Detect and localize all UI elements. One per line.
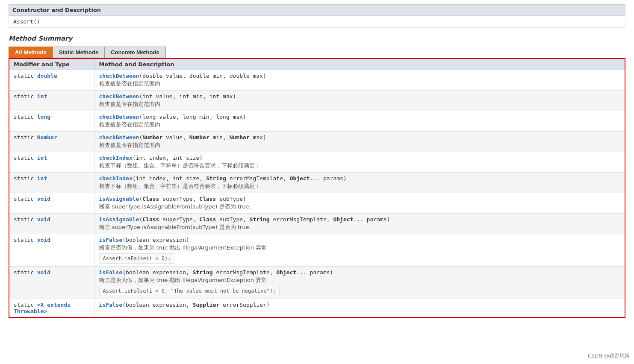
tab-all-methods[interactable]: All Methods (9, 47, 53, 58)
modifier-keyword: static (14, 269, 37, 276)
modifier-keyword: static (14, 216, 37, 223)
method-signature: checkBetween(Number value, Number min, N… (99, 134, 621, 141)
code-example: Assert.isFalse(i < 0, "The value must no… (99, 286, 280, 296)
modifier-cell: static long (9, 111, 94, 132)
method-description: 断言 superType.isAssignableFrom(subType) 是… (99, 223, 621, 231)
col-method: Method and Description (94, 59, 625, 70)
tab-static-methods[interactable]: Static Methods (53, 47, 104, 58)
modifier-type: int (37, 93, 47, 100)
tabs-row: All Methods Static Methods Concrete Meth… (9, 47, 625, 58)
page-wrapper: Constructor and Description Assert() Met… (0, 0, 634, 322)
modifier-keyword: static (14, 175, 37, 182)
method-summary-title: Method Summary (9, 35, 625, 42)
modifier-cell: static void (9, 267, 94, 299)
table-row: static voidisFalse(boolean expression)断言… (9, 234, 625, 267)
modifier-keyword: static (14, 93, 37, 100)
method-params: (boolean expression, String errorMsgTemp… (122, 269, 333, 276)
modifier-keyword: static (14, 302, 37, 308)
method-signature: isFalse(boolean expression, String error… (99, 269, 621, 276)
method-signature: isFalse(boolean expression, Supplier err… (99, 302, 621, 308)
method-params: (Class superType, Class subType) (139, 196, 246, 202)
table-row: static NumbercheckBetween(Number value, … (9, 132, 625, 152)
modifier-keyword: static (14, 155, 37, 161)
modifier-type: double (37, 73, 57, 79)
modifier-keyword: static (14, 73, 37, 79)
method-signature: checkIndex(int index, int size, String e… (99, 175, 621, 182)
col-modifier: Modifier and Type (9, 59, 94, 70)
table-row: static doublecheckBetween(double value, … (9, 70, 625, 91)
method-signature: isAssignable(Class superType, Class subT… (99, 216, 621, 223)
method-description: 检查值是否在指定范围内 (99, 141, 621, 149)
table-row: static intcheckIndex(int index, int size… (9, 152, 625, 173)
method-signature: isFalse(boolean expression) (99, 237, 621, 243)
table-row: static intcheckIndex(int index, int size… (9, 173, 625, 193)
constructor-section: Constructor and Description Assert() (9, 4, 625, 28)
method-params: (boolean expression) (122, 237, 189, 243)
method-name[interactable]: checkBetween (99, 114, 139, 120)
method-description: 断言 superType.isAssignableFrom(subType) 是… (99, 203, 621, 211)
method-name[interactable]: checkIndex (99, 175, 133, 182)
modifier-type: void (37, 216, 50, 223)
method-params: (double value, double min, double max) (139, 73, 266, 79)
code-example: Assert.isFalse(i < 0); (99, 253, 175, 264)
modifier-cell: static void (9, 234, 94, 267)
method-cell: isAssignable(Class superType, Class subT… (94, 193, 625, 214)
method-params: (long value, long min, long max) (139, 114, 246, 120)
method-cell: checkIndex(int index, int size, String e… (94, 173, 625, 193)
modifier-cell: static <X extends Throwable> (9, 299, 94, 318)
method-description: 检查值是否在指定范围内 (99, 80, 621, 88)
method-name[interactable]: isFalse (99, 237, 123, 243)
modifier-cell: static int (9, 173, 94, 193)
method-name[interactable]: checkBetween (99, 93, 139, 100)
modifier-type: int (37, 175, 47, 182)
method-cell: isFalse(boolean expression, String error… (94, 267, 625, 299)
method-name[interactable]: checkBetween (99, 73, 139, 79)
modifier-type: int (37, 155, 47, 161)
method-description: 检查下标（数组、集合、字符串）是否符合要求，下标必须满足： (99, 182, 621, 190)
method-signature: checkIndex(int index, int size) (99, 155, 621, 161)
table-row: static voidisAssignable(Class superType,… (9, 193, 625, 214)
constructor-header: Constructor and Description (9, 4, 625, 16)
method-params: (int value, int min, int max) (139, 93, 236, 100)
method-signature: checkBetween(long value, long min, long … (99, 114, 621, 120)
tab-concrete-methods[interactable]: Concrete Methods (104, 47, 165, 58)
table-row: static longcheckBetween(long value, long… (9, 111, 625, 132)
method-signature: checkBetween(int value, int min, int max… (99, 93, 621, 100)
modifier-keyword: static (14, 114, 37, 120)
modifier-cell: static int (9, 91, 94, 111)
modifier-cell: static void (9, 214, 94, 234)
method-cell: isFalse(boolean expression, Supplier err… (94, 299, 625, 318)
modifier-cell: static double (9, 70, 94, 91)
method-params: (boolean expression, Supplier errorSuppl… (122, 302, 269, 308)
constructor-row: Assert() (9, 16, 625, 28)
method-name[interactable]: checkIndex (99, 155, 133, 161)
method-cell: checkIndex(int index, int size)检查下标（数组、集… (94, 152, 625, 173)
modifier-type: Number (37, 134, 57, 141)
method-name[interactable]: isAssignable (99, 216, 139, 223)
method-name[interactable]: isAssignable (99, 196, 139, 202)
modifier-keyword: static (14, 237, 37, 243)
method-name[interactable]: checkBetween (99, 134, 139, 141)
method-description: 断言是否为假，如果为 true 抛出 IllegalArgumentExcept… (99, 276, 621, 284)
table-row: static intcheckBetween(int value, int mi… (9, 91, 625, 111)
method-signature: checkBetween(double value, double min, d… (99, 73, 621, 79)
method-cell: isAssignable(Class superType, Class subT… (94, 214, 625, 234)
modifier-type: void (37, 269, 50, 276)
method-params: (int index, int size) (133, 155, 203, 161)
method-table: Modifier and Type Method and Description… (9, 58, 625, 318)
method-cell: isFalse(boolean expression)断言是否为假，如果为 tr… (94, 234, 625, 267)
method-description: 检查值是否在指定范围内 (99, 100, 621, 108)
modifier-type: void (37, 196, 50, 202)
table-row: static voidisFalse(boolean expression, S… (9, 267, 625, 299)
modifier-type: long (37, 114, 50, 120)
method-cell: checkBetween(int value, int min, int max… (94, 91, 625, 111)
method-name[interactable]: isFalse (99, 269, 123, 276)
modifier-cell: static Number (9, 132, 94, 152)
method-cell: checkBetween(long value, long min, long … (94, 111, 625, 132)
method-name[interactable]: isFalse (99, 302, 123, 308)
method-params: (Number value, Number min, Number max) (139, 134, 266, 141)
method-params: (Class superType, Class subType, String … (139, 216, 390, 223)
method-cell: checkBetween(double value, double min, d… (94, 70, 625, 91)
method-cell: checkBetween(Number value, Number min, N… (94, 132, 625, 152)
method-params: (int index, int size, String errorMsgTem… (133, 175, 347, 182)
